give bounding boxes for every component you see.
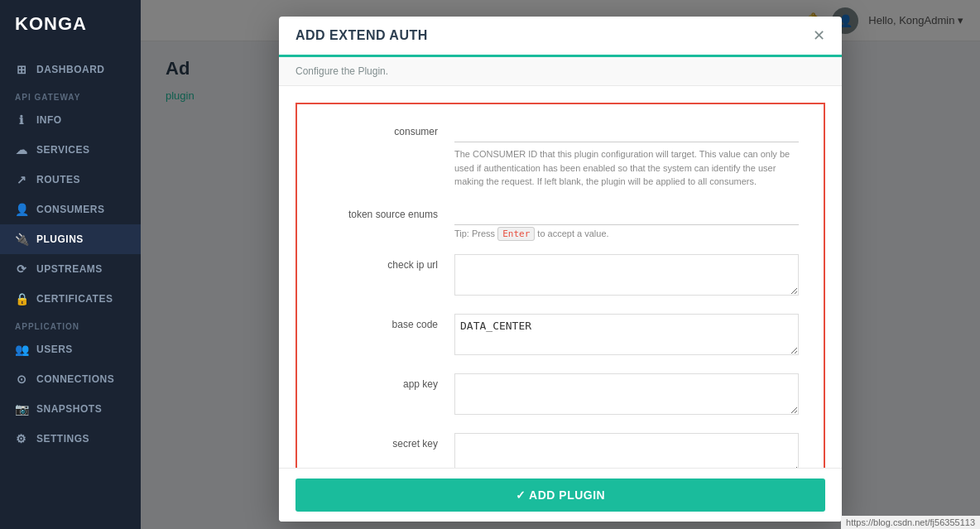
modal-header: ADD EXTEND AUTH ✕ (279, 17, 842, 57)
sidebar-item-label: PLUGINS (36, 233, 84, 245)
snapshots-icon: 📷 (15, 402, 28, 416)
sidebar-item-label: SERVICES (36, 144, 89, 156)
app-key-row: app key (322, 373, 799, 418)
modal-close-button[interactable]: ✕ (813, 28, 825, 43)
sidebar-item-settings[interactable]: ⚙ SETTINGS (0, 424, 141, 454)
app-key-textarea[interactable] (454, 373, 799, 415)
settings-icon: ⚙ (15, 432, 28, 445)
api-gateway-section-label: API GATEWAY (0, 84, 141, 105)
token-source-enums-row: token source enums Tip: Press Enter to a… (322, 204, 799, 239)
sidebar-item-label: DASHBOARD (36, 64, 105, 75)
sidebar-item-label: INFO (36, 114, 62, 126)
dashboard-icon: ⊞ (15, 63, 28, 76)
consumer-row: consumer The CONSUMER ID that this plugi… (322, 121, 799, 189)
modal-overlay: ADD EXTEND AUTH ✕ Configure the Plugin. … (141, 0, 980, 529)
sidebar-item-services[interactable]: ☁ SERVICES (0, 135, 141, 165)
add-extend-auth-modal: ADD EXTEND AUTH ✕ Configure the Plugin. … (279, 17, 842, 522)
routes-icon: ↗ (15, 173, 28, 186)
check-ip-url-control (454, 254, 799, 299)
main-content: 🔔 👤 Hello, KongAdmin ▾ Ad plugin ADD EXT… (141, 0, 980, 529)
sidebar-item-upstreams[interactable]: ⟳ UPSTREAMS (0, 254, 141, 284)
sidebar-item-info[interactable]: ℹ INFO (0, 105, 141, 135)
sidebar-item-users[interactable]: 👥 USERS (0, 334, 141, 364)
add-plugin-button[interactable]: ✓ ADD PLUGIN (295, 479, 825, 512)
sidebar-item-snapshots[interactable]: 📷 SNAPSHOTS (0, 394, 141, 424)
sidebar-item-label: UPSTREAMS (36, 263, 103, 275)
sidebar-item-label: SETTINGS (36, 433, 89, 445)
modal-subtitle: Configure the Plugin. (279, 57, 842, 86)
sidebar-item-label: USERS (36, 344, 73, 355)
users-icon: 👥 (15, 343, 28, 356)
base-code-textarea[interactable]: DATA_CENTER (454, 314, 799, 355)
token-source-enums-input[interactable] (454, 204, 799, 225)
modal-body: consumer The CONSUMER ID that this plugi… (279, 86, 842, 468)
sidebar-item-label: ROUTES (36, 174, 80, 185)
app-key-label: app key (322, 373, 454, 390)
base-code-label: base code (322, 314, 454, 330)
sidebar-item-routes[interactable]: ↗ ROUTES (0, 165, 141, 195)
plugins-icon: 🔌 (15, 233, 28, 246)
connections-icon: ⊙ (15, 373, 28, 386)
modal-footer: ✓ ADD PLUGIN (279, 468, 842, 522)
consumers-icon: 👤 (15, 203, 28, 216)
consumer-control: The CONSUMER ID that this plugin configu… (454, 121, 799, 189)
info-icon: ℹ (15, 113, 28, 127)
application-section-label: APPLICATION (0, 314, 141, 334)
check-ip-url-textarea[interactable] (454, 254, 799, 296)
app-key-control (454, 373, 799, 418)
sidebar-item-label: CONSUMERS (36, 204, 105, 215)
upstreams-icon: ⟳ (15, 262, 28, 276)
sidebar-item-certificates[interactable]: 🔒 CERTIFICATES (0, 284, 141, 314)
status-bar: https://blog.csdn.net/fj56355113 (841, 516, 980, 529)
sidebar-item-label: CONNECTIONS (36, 373, 114, 385)
token-source-enums-label: token source enums (322, 204, 454, 220)
enter-key-badge: Enter (497, 227, 535, 241)
check-ip-url-label: check ip url (322, 254, 454, 271)
token-source-enums-control: Tip: Press Enter to accept a value. (454, 204, 799, 239)
secret-key-label: secret key (322, 433, 454, 450)
logo: KONGA (0, 0, 141, 48)
consumer-input[interactable] (454, 121, 799, 142)
check-ip-url-row: check ip url (322, 254, 799, 299)
consumer-label: consumer (322, 121, 454, 137)
sidebar-item-label: CERTIFICATES (36, 293, 113, 305)
secret-key-control (454, 433, 799, 469)
plugin-form: consumer The CONSUMER ID that this plugi… (295, 103, 825, 468)
base-code-control: DATA_CENTER (454, 314, 799, 358)
token-source-enums-hint: Tip: Press Enter to accept a value. (454, 228, 799, 239)
sidebar-item-plugins[interactable]: 🔌 PLUGINS (0, 224, 141, 254)
services-icon: ☁ (15, 143, 28, 156)
secret-key-textarea[interactable] (454, 433, 799, 469)
consumer-description: The CONSUMER ID that this plugin configu… (454, 147, 799, 189)
sidebar-item-consumers[interactable]: 👤 CONSUMERS (0, 195, 141, 224)
sidebar-item-connections[interactable]: ⊙ CONNECTIONS (0, 364, 141, 394)
base-code-row: base code DATA_CENTER (322, 314, 799, 358)
sidebar-item-dashboard[interactable]: ⊞ DASHBOARD (0, 55, 141, 84)
sidebar-item-label: SNAPSHOTS (36, 403, 102, 415)
secret-key-row: secret key (322, 433, 799, 469)
sidebar: KONGA ⊞ DASHBOARD API GATEWAY ℹ INFO ☁ S… (0, 0, 141, 529)
certificates-icon: 🔒 (15, 292, 28, 305)
modal-title: ADD EXTEND AUTH (295, 28, 428, 43)
